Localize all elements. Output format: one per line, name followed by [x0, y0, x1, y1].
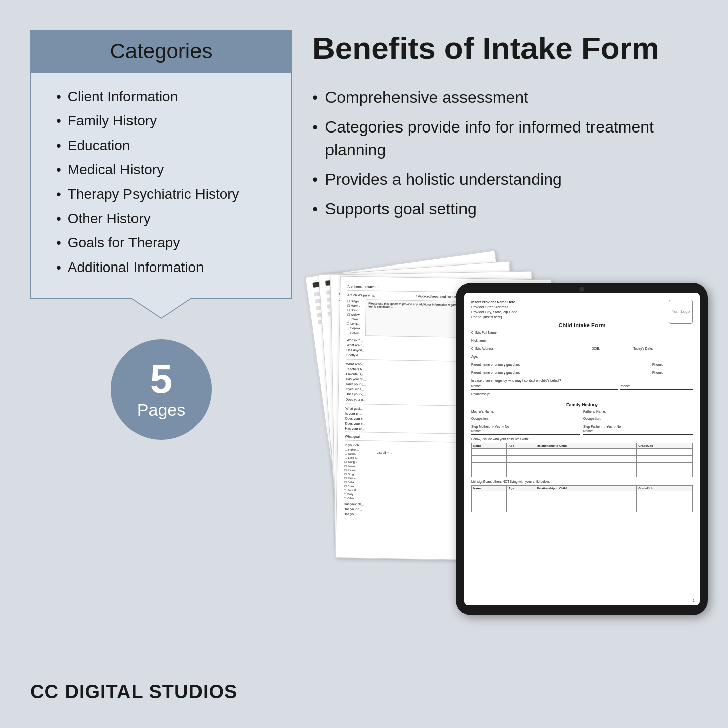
benefit-item: Supports goal setting — [312, 197, 698, 220]
benefits-list: Comprehensive assessment Categories prov… — [312, 86, 698, 227]
list-item: Other History — [56, 210, 271, 228]
provider-info: Insert Provider Name Here Provider Stree… — [471, 300, 693, 319]
list-item: Additional Information — [56, 258, 271, 277]
form-title: Child Intake Form — [471, 322, 693, 328]
table-row — [472, 505, 693, 512]
benefit-item: Categories provide info for informed tre… — [312, 116, 698, 161]
categories-body: Client Information Family History Educat… — [30, 73, 292, 299]
categories-header: Categories — [30, 30, 292, 73]
tablet: Insert Provider Name Here Provider Stree… — [456, 283, 708, 615]
page-number: 1 — [693, 599, 695, 602]
documents-stack: Therapy/Psychiatric History Is your chil… — [312, 262, 698, 615]
right-panel: Benefits of Intake Form Comprehensive as… — [312, 30, 698, 698]
tablet-form: Insert Provider Name Here Provider Stree… — [464, 293, 700, 519]
benefit-item: Provides a holistic understanding — [312, 168, 698, 191]
table-row — [472, 449, 693, 456]
list-item: Education — [56, 137, 271, 155]
categories-box: Categories Client Information Family His… — [30, 30, 292, 299]
list-item: Therapy Psychiatric History — [56, 185, 271, 204]
benefits-title: Benefits of Intake Form — [312, 30, 698, 66]
brand-name: CC DIGITAL STUDIOS — [30, 681, 237, 703]
list-item: Client Information — [56, 88, 271, 106]
table-row — [472, 491, 693, 498]
pages-label: Pages — [137, 400, 185, 420]
table-row — [472, 456, 693, 463]
chevron-border — [129, 298, 193, 319]
pages-number: 5 — [150, 359, 173, 400]
family-history-title: Family History — [471, 402, 693, 407]
main-container: Categories Client Information Family His… — [0, 0, 728, 728]
table-row — [472, 463, 693, 470]
benefit-item: Comprehensive assessment — [312, 86, 698, 109]
name-row: Child's Full Name: — [471, 330, 693, 336]
table-row — [472, 470, 693, 477]
list-item: Medical History — [56, 161, 271, 179]
left-panel: Categories Client Information Family His… — [30, 30, 292, 698]
significant-others-table: Name Age Relationship to Child Grade/Job — [471, 485, 693, 512]
tablet-camera — [579, 287, 584, 292]
tablet-logo: Your Logo — [669, 300, 693, 324]
table-row — [472, 498, 693, 505]
list-item: Family History — [56, 112, 271, 130]
tablet-screen: Insert Provider Name Here Provider Stree… — [464, 293, 700, 605]
pages-circle: 5 Pages — [111, 339, 212, 440]
list-item: Goals for Therapy — [56, 234, 271, 252]
tablet-frame: Insert Provider Name Here Provider Stree… — [456, 283, 708, 615]
family-table: Name Age Relationship to Child Grade/Job — [471, 443, 693, 477]
categories-list: Client Information Family History Educat… — [56, 88, 271, 277]
